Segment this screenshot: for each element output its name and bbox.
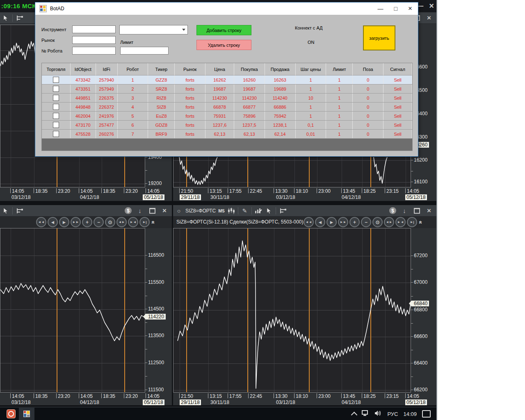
current-price-tag: 114220	[146, 314, 166, 320]
time-label: 14:05	[80, 393, 93, 399]
nav-step-back[interactable]: ◄	[48, 217, 58, 227]
close-icon[interactable]: ×	[160, 207, 169, 215]
price-axis[interactable]: 1165001155001145001135001125001115001142…	[145, 228, 172, 392]
nav-compress-scale[interactable]: ►◄	[128, 217, 138, 227]
limit-input[interactable]	[120, 47, 169, 55]
chart-settings-icon[interactable]	[254, 207, 262, 215]
levels-tool-icon[interactable]	[15, 207, 23, 215]
table-row[interactable]: 4733422579401GZZ8forts162621626016263110…	[42, 75, 412, 84]
tray-expand-icon[interactable]	[351, 411, 358, 418]
nav-fast-forward[interactable]: ►►	[71, 217, 81, 227]
nav-compress-scale[interactable]: ►◄	[395, 217, 406, 227]
trade-checkbox[interactable]	[53, 77, 59, 83]
table-row[interactable]: 4733512579492SRZ8forts196871968719689110…	[42, 84, 412, 94]
tray-clock[interactable]: 14:09	[403, 411, 417, 417]
time-label: 13:15	[210, 393, 222, 399]
nav-collapse-icon[interactable]: «	[418, 221, 424, 224]
nav-expand-scale[interactable]: ◄►	[384, 217, 394, 227]
table-row[interactable]: 4755282602767BRF9forts62,1362,1362,140,0…	[42, 130, 412, 139]
chart-plot-area[interactable]	[173, 228, 411, 393]
table-row[interactable]: 4731702574776GDZ8forts1237,61237,51238,1…	[42, 121, 412, 130]
nav-expand-scale[interactable]: ◄►	[116, 217, 127, 227]
cursor-tool-icon[interactable]	[2, 207, 10, 215]
trade-checkbox[interactable]	[53, 113, 59, 119]
time-axis[interactable]: 21:5013:1517:5522:4513:3018:1023:0013:45…	[173, 393, 436, 405]
keyboard-language[interactable]: РУС	[387, 411, 398, 417]
table-row[interactable]: 4498512263753RIZ8forts114230114230114240…	[42, 94, 412, 103]
market-input[interactable]	[72, 36, 116, 44]
close-icon[interactable]: ×	[429, 1, 434, 11]
date-tag: 29/11/18	[180, 399, 201, 405]
nav-rewind[interactable]: ◄◄	[304, 217, 314, 227]
table-cell: 1	[326, 121, 353, 129]
connect-status-label: Коннект с АД	[295, 25, 323, 30]
instrument-dropdown[interactable]	[119, 25, 188, 34]
nav-fast-forward[interactable]: ►►	[338, 217, 348, 227]
restore-icon[interactable]	[413, 207, 421, 215]
table-row[interactable]: 4498482263724SIZ8forts668786687766886110…	[42, 103, 412, 112]
time-axis[interactable]: 21:5013:1517:5522:4513:3018:1023:0013:45…	[173, 187, 436, 201]
nav-step-forward[interactable]: ►	[59, 217, 69, 227]
chart-plot-area[interactable]	[0, 228, 145, 393]
price-minor-tick	[411, 323, 413, 324]
trade-checkbox[interactable]	[53, 131, 59, 137]
candlestick-style-icon[interactable]	[227, 207, 235, 215]
trade-checkbox[interactable]	[53, 122, 59, 128]
table-cell: 1	[296, 75, 326, 84]
instrument-input[interactable]	[72, 25, 116, 33]
nav-zoom-select[interactable]: ⊙	[372, 217, 383, 227]
close-icon[interactable]: ×	[425, 207, 433, 215]
money-icon[interactable]: $	[389, 207, 396, 214]
nav-zoom-select[interactable]: ⊙	[105, 217, 115, 227]
instrument-status-icon[interactable]: ○	[175, 207, 183, 215]
levels-tool-icon[interactable]	[15, 14, 23, 22]
price-axis[interactable]: 67200670006680066600664006620066840	[411, 228, 436, 392]
network-icon[interactable]	[362, 410, 369, 418]
levels-tool-icon[interactable]	[278, 207, 287, 215]
trade-checkbox[interactable]	[53, 104, 59, 110]
table-cell: 16260	[234, 75, 265, 84]
nav-rewind[interactable]: ◄◄	[36, 217, 46, 227]
volume-icon[interactable]	[374, 410, 382, 418]
table-cell: Sell	[383, 84, 412, 93]
cursor-tool-icon[interactable]	[265, 207, 273, 215]
robot-number-input[interactable]	[72, 47, 116, 55]
table-row[interactable]: 4620042419765EuZ8forts759317589675942110…	[42, 112, 412, 121]
nav-go-to-end[interactable]: ►|	[139, 217, 150, 227]
maximize-icon[interactable]: □	[394, 3, 397, 14]
close-icon[interactable]: ×	[425, 14, 433, 22]
dialog-title-bar[interactable]: BotAD — □ ×	[35, 2, 418, 15]
table-cell: 0,1	[296, 121, 326, 129]
table-cell: 19687	[205, 84, 234, 93]
nav-zoom-in[interactable]: +	[82, 217, 92, 227]
add-row-button[interactable]: Добавить строку	[196, 25, 251, 35]
time-axis[interactable]: 14:0518:3523:2014:0518:3523:2014:0503/12…	[0, 393, 172, 405]
nav-zoom-out[interactable]: −	[94, 217, 104, 227]
chart-interval-label[interactable]: М5	[218, 208, 224, 213]
close-icon[interactable]: ×	[408, 3, 412, 14]
notifications-icon[interactable]	[422, 410, 431, 418]
delete-row-button[interactable]: Удалить строку	[196, 40, 251, 50]
nav-collapse-icon[interactable]: «	[150, 221, 157, 224]
nav-go-to-end[interactable]: ►|	[407, 217, 417, 227]
nav-step-forward[interactable]: ►	[326, 217, 337, 227]
cursor-tool-icon[interactable]	[2, 14, 10, 22]
trade-checkbox[interactable]	[53, 86, 59, 92]
table-cell: 114240	[265, 94, 296, 102]
taskbar-quik-button[interactable]	[3, 408, 19, 420]
load-button[interactable]: загрузить	[363, 25, 395, 50]
money-icon[interactable]: $	[125, 207, 132, 214]
minimize-icon[interactable]: —	[378, 3, 383, 14]
nav-zoom-in[interactable]: +	[349, 217, 360, 227]
restore-icon[interactable]	[148, 207, 156, 215]
nav-zoom-out[interactable]: −	[361, 217, 371, 227]
price-label: 115500	[148, 279, 164, 285]
trade-checkbox[interactable]	[53, 95, 59, 101]
time-axis[interactable]: 14:0518:3523:2014:0518:3523:2014:0503/12…	[0, 187, 172, 201]
download-icon[interactable]: ↓	[400, 207, 409, 215]
draw-tool-icon[interactable]: ✎	[241, 207, 249, 215]
table-cell: Sell	[383, 130, 412, 138]
taskbar-botad-button[interactable]	[19, 408, 34, 420]
download-icon[interactable]: ↓	[136, 207, 144, 215]
nav-step-back[interactable]: ◄	[315, 217, 325, 227]
